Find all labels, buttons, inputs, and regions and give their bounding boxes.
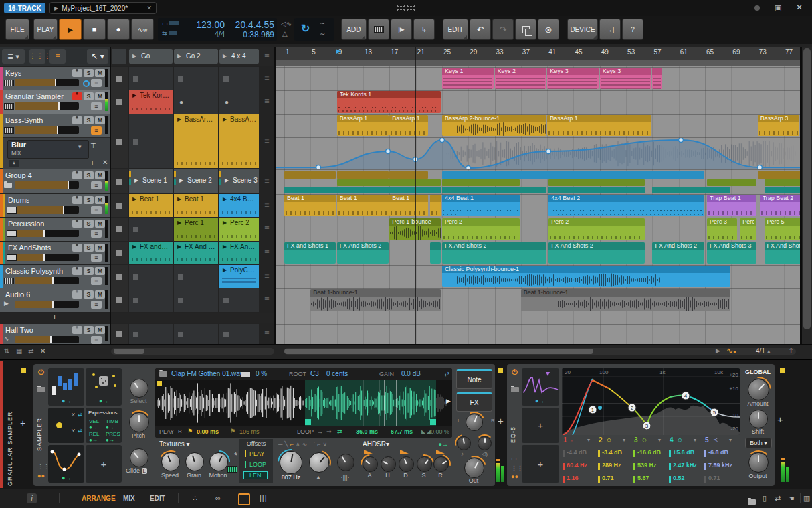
tempo-value[interactable]: 123.00 — [190, 19, 225, 30]
automation-node[interactable] — [466, 166, 471, 169]
mute-button[interactable]: M — [95, 244, 105, 252]
reverse-icon[interactable]: R — [178, 428, 182, 434]
clip-play-icon[interactable]: ▶ — [223, 267, 227, 273]
track-header-granular-sampler[interactable]: Granular Sampler●SM≡ — [0, 90, 110, 114]
sampler-device-label[interactable]: SAMPLER — [36, 404, 43, 451]
play-start-value[interactable]: 0.00 ms — [197, 428, 219, 435]
eq-mode-dropdown[interactable]: Both ▾ — [745, 438, 772, 448]
arranger-clip[interactable]: FX And Shots 2 — [442, 242, 546, 264]
file-button[interactable]: FILE — [5, 19, 29, 40]
motion-knob[interactable] — [209, 452, 228, 471]
track-list-menu[interactable]: ≣ ▾ — [2, 49, 25, 64]
loop-start-value[interactable]: 36.0 ms — [356, 428, 378, 435]
automation-node[interactable] — [679, 138, 684, 142]
eq5-mod-empty-tile[interactable]: + — [522, 408, 559, 443]
mute-button[interactable]: M — [95, 92, 105, 100]
glide-mode-badge[interactable]: L — [142, 468, 147, 474]
eq-band-value[interactable]: 0.71 — [704, 474, 738, 485]
gain-value[interactable]: 0.0 dB — [401, 370, 421, 377]
pin-icon[interactable]: ⊤ — [90, 142, 96, 149]
launcher-slot[interactable] — [174, 288, 218, 312]
clip-play-icon[interactable]: ▶ — [177, 220, 181, 226]
caret-down-icon[interactable]: ▾ — [729, 437, 732, 443]
window-restore-icon[interactable]: ▣ — [775, 3, 781, 12]
eq-amount-knob[interactable] — [748, 379, 769, 400]
timeline-ruler[interactable]: 1591317212529333741454953576165697377▶ — [276, 47, 800, 66]
volume-handle[interactable] — [52, 277, 54, 284]
clip-play-icon[interactable]: ▶ — [223, 220, 227, 226]
view-edit[interactable]: EDIT — [150, 495, 165, 502]
add-button[interactable]: ADD — [341, 19, 367, 40]
scene-play-icon[interactable]: ▶ — [177, 49, 181, 64]
clip-options-icon[interactable]: ≣ — [260, 224, 274, 234]
volume-handle[interactable] — [68, 181, 69, 189]
automation-write-button[interactable]: ∿w — [131, 19, 154, 40]
stop-button[interactable]: ■ — [83, 19, 106, 40]
arranger-clip[interactable]: BassArp 2-bounce-1 — [442, 115, 546, 136]
arranger-clip[interactable]: FX and Shots 1 — [284, 242, 336, 264]
env-h-knob[interactable] — [381, 456, 396, 472]
textures-title[interactable]: Textures ▾ — [159, 440, 190, 448]
launcher-updown-icon[interactable]: ⇅ — [4, 347, 9, 355]
env-r-knob[interactable] — [433, 456, 449, 472]
tab-close-icon[interactable]: ✕ — [146, 5, 152, 11]
eq5-power-icon[interactable]: ⏻ — [512, 368, 518, 377]
volume-handle[interactable] — [63, 206, 64, 214]
pointer-tool[interactable]: ↖ ▾ — [87, 49, 108, 64]
slot-record-icon[interactable]: ● — [225, 98, 229, 106]
mute-button[interactable]: M — [95, 220, 105, 228]
track-header-percussion[interactable]: Percussion●SM≡ — [0, 218, 110, 241]
fx-chain-button[interactable]: FX — [456, 392, 492, 412]
band-type-icon[interactable]: ≺ — [713, 436, 718, 443]
env-a-knob[interactable] — [363, 456, 378, 472]
launcher-slot[interactable]: ▶Scene 1 — [129, 169, 173, 193]
track-header-fx-andshots[interactable]: FX AndShots●SM≡ — [0, 242, 110, 264]
arranger-clip[interactable]: Keys 2 — [495, 68, 546, 89]
env-s-knob[interactable] — [417, 456, 432, 472]
clip-play-icon[interactable]: ▶ — [132, 244, 136, 250]
project-link-icon[interactable]: ∞ — [215, 494, 221, 502]
loop-end-handle[interactable] — [430, 419, 436, 425]
env-d-knob[interactable] — [399, 456, 414, 472]
volume-slider[interactable] — [17, 230, 79, 237]
mod-random-tile[interactable]: ●→ — [86, 368, 122, 406]
time-signature[interactable]: 4/4 — [190, 30, 225, 38]
clip-play-icon[interactable]: ▶ — [177, 116, 181, 122]
launcher-slot[interactable]: ▶Beat 1 — [129, 194, 173, 217]
ruler-loop-band[interactable] — [276, 60, 800, 66]
arranger-clip[interactable]: BassArp 1 — [547, 115, 651, 136]
browser-icon[interactable] — [748, 495, 756, 507]
root-cents[interactable]: 0 cents — [326, 370, 348, 377]
record-arm-button[interactable]: ● — [72, 267, 82, 275]
select-knob[interactable] — [130, 379, 148, 398]
hand-tool-icon[interactable]: ☚ — [788, 494, 795, 503]
volume-slider[interactable] — [15, 79, 79, 86]
launcher-slot[interactable]: ▶BassArp 2 — [219, 114, 259, 168]
arranger-clip[interactable]: 4x4 Beat 1 — [442, 195, 520, 216]
track-menu-button[interactable]: ≡ — [91, 301, 102, 309]
automation-curves-icon[interactable]: ∿● — [726, 346, 736, 355]
clip-play-icon[interactable]: ▶ — [223, 116, 227, 122]
metronome-icon[interactable]: △ — [282, 30, 288, 37]
sample-play-icon[interactable]: ▶ — [446, 398, 451, 404]
launcher-stop-cell[interactable] — [111, 169, 128, 193]
launcher-hscrollbar[interactable] — [111, 348, 274, 355]
scroll-play-icon[interactable]: ▶ — [716, 347, 720, 354]
launcher-close-icon[interactable]: ✕ — [40, 347, 45, 355]
clip-play-icon[interactable]: ▶ — [132, 92, 136, 98]
play-button[interactable]: ▶ — [59, 19, 82, 40]
volume-handle[interactable] — [50, 336, 52, 343]
speed-knob[interactable] — [161, 452, 180, 471]
arranger-clip[interactable]: Trap Beat 2 — [760, 195, 800, 216]
scene-play-icon[interactable]: ▶ — [179, 177, 183, 183]
sample-start-marker[interactable] — [157, 381, 162, 386]
loop-fade-value[interactable]: 0.00 % — [431, 428, 449, 435]
clip-play-icon[interactable]: ▶ — [177, 244, 181, 250]
eq-band-value[interactable]: 60.4 Hz — [562, 461, 596, 472]
track-menu-button[interactable]: ≡ — [91, 206, 102, 214]
band-type-icon[interactable]: ◇ — [607, 436, 611, 443]
eq-band-value[interactable]: 2.47 kHz — [668, 461, 702, 472]
freeze-icon[interactable]: * — [234, 451, 237, 460]
launcher-slot[interactable]: ▶Beat 1 — [174, 194, 218, 217]
eq-band-value[interactable]: 1.16 — [562, 474, 596, 485]
